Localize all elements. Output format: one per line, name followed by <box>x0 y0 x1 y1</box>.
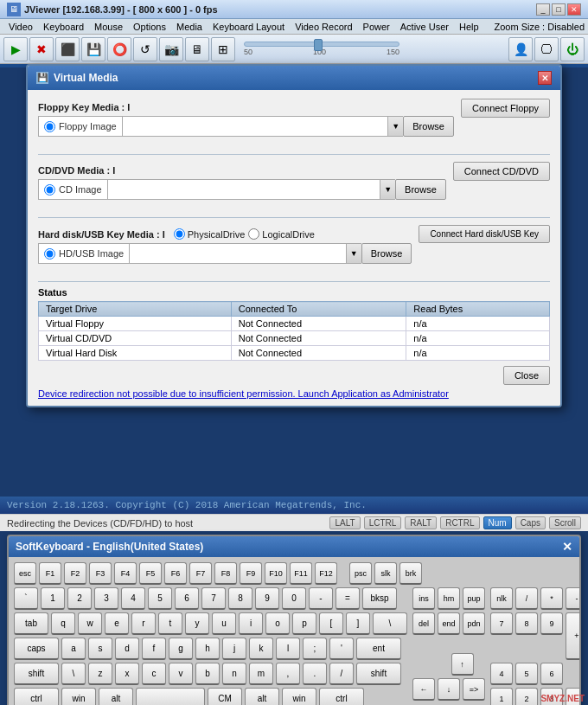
key-pgup[interactable]: pup <box>463 587 485 610</box>
key-shift-right[interactable]: shift <box>356 663 401 685</box>
key-5[interactable]: 5 <box>148 587 172 610</box>
menu-mouse[interactable]: Mouse <box>89 19 128 34</box>
key-c[interactable]: c <box>142 663 166 685</box>
key-insert[interactable]: ins <box>412 587 435 610</box>
floppy-dropdown-arrow[interactable]: ▼ <box>387 116 403 137</box>
key-v[interactable]: v <box>169 663 193 685</box>
user-icon-button[interactable]: 👤 <box>508 37 533 61</box>
key-caps[interactable]: caps <box>14 638 59 660</box>
key-cm[interactable]: CM <box>208 688 242 705</box>
key-j[interactable]: j <box>222 638 246 660</box>
num-key[interactable]: Num <box>483 516 512 529</box>
hd-path-input[interactable] <box>129 243 345 264</box>
key-tab[interactable]: tab <box>14 612 48 635</box>
key-slash[interactable]: / <box>329 663 354 685</box>
key-f11[interactable]: F11 <box>290 562 312 585</box>
key-l[interactable]: l <box>276 638 300 660</box>
key-f2[interactable]: F2 <box>64 562 86 585</box>
key-3[interactable]: 3 <box>94 587 118 610</box>
key-2[interactable]: 2 <box>67 587 92 610</box>
key-numlock[interactable]: nlk <box>490 587 513 610</box>
key-brk[interactable]: brk <box>399 562 422 585</box>
key-equals[interactable]: = <box>336 587 360 610</box>
key-ctrl-left[interactable]: ctrl <box>14 688 59 705</box>
key-z[interactable]: z <box>88 663 112 685</box>
menu-active-user[interactable]: Active User <box>395 19 454 34</box>
key-num-div[interactable]: / <box>515 587 538 610</box>
key-slk[interactable]: slk <box>374 562 397 585</box>
key-win-left[interactable]: win <box>61 688 96 705</box>
key-num9[interactable]: 9 <box>540 612 563 635</box>
key-psc[interactable]: psc <box>349 562 372 585</box>
key-num2[interactable]: 2 <box>515 688 538 705</box>
refresh-button[interactable]: ↺ <box>133 37 157 61</box>
key-minus[interactable]: - <box>309 587 333 610</box>
monitor-button[interactable]: 🖵 <box>534 37 559 61</box>
logical-drive-option[interactable]: LogicalDrive <box>248 228 315 240</box>
key-n[interactable]: n <box>222 663 246 685</box>
key-h[interactable]: h <box>195 638 220 660</box>
key-b[interactable]: b <box>195 663 220 685</box>
ralt-key[interactable]: RALT <box>405 516 437 529</box>
key-o[interactable]: o <box>265 612 290 635</box>
key-w[interactable]: w <box>78 612 102 635</box>
close-window-button[interactable]: ✕ <box>567 3 581 16</box>
hd-usb-radio[interactable] <box>44 248 55 260</box>
dialog-close-button[interactable]: ✕ <box>538 71 552 85</box>
connect-hd-button[interactable]: Connect Hard disk/USB Key <box>419 225 550 243</box>
grid-button[interactable]: ⊞ <box>211 37 235 61</box>
key-f6[interactable]: F6 <box>164 562 187 585</box>
scroll-key[interactable]: Scroll <box>549 516 581 529</box>
key-f1[interactable]: F1 <box>39 562 61 585</box>
key-pipe[interactable]: \ <box>61 663 86 685</box>
key-backspace[interactable]: bksp <box>362 587 397 610</box>
key-num5[interactable]: 5 <box>515 663 538 685</box>
menu-help[interactable]: Help <box>454 19 484 34</box>
key-f7[interactable]: F7 <box>189 562 212 585</box>
floppy-radio[interactable] <box>44 121 55 132</box>
key-ctrl-right[interactable]: ctrl <box>319 688 364 705</box>
key-num6[interactable]: 6 <box>540 663 563 685</box>
hd-browse-button[interactable]: Browse <box>361 243 412 264</box>
key-f4[interactable]: F4 <box>114 562 137 585</box>
softkb-close-button[interactable]: ✕ <box>562 540 572 554</box>
key-d[interactable]: d <box>115 638 139 660</box>
display-button[interactable]: 🖥 <box>185 37 209 61</box>
key-r[interactable]: r <box>131 612 156 635</box>
key-a[interactable]: a <box>61 638 86 660</box>
key-delete[interactable]: del <box>412 612 435 635</box>
key-pgdn[interactable]: pdn <box>463 612 485 635</box>
key-q[interactable]: q <box>51 612 75 635</box>
connect-cddvd-button[interactable]: Connect CD/DVD <box>453 162 550 181</box>
save-button[interactable]: 💾 <box>81 37 105 61</box>
key-quote[interactable]: ' <box>329 638 354 660</box>
key-lbracket[interactable]: [ <box>319 612 343 635</box>
maximize-button[interactable]: □ <box>552 3 566 16</box>
cddvd-dropdown-arrow[interactable]: ▼ <box>380 179 395 200</box>
key-8[interactable]: 8 <box>228 587 252 610</box>
key-6[interactable]: 6 <box>175 587 199 610</box>
key-k[interactable]: k <box>249 638 273 660</box>
physical-drive-option[interactable]: PhysicalDrive <box>174 228 246 240</box>
record-button[interactable]: ⬛ <box>55 37 80 61</box>
lctrl-key[interactable]: LCTRL <box>364 516 402 529</box>
cd-radio[interactable] <box>44 184 55 195</box>
key-1[interactable]: 1 <box>41 587 65 610</box>
key-f3[interactable]: F3 <box>89 562 112 585</box>
key-x[interactable]: x <box>115 663 139 685</box>
floppy-browse-button[interactable]: Browse <box>403 116 454 137</box>
connect-floppy-button[interactable]: Connect Floppy <box>461 99 550 118</box>
hd-dropdown-arrow[interactable]: ▼ <box>346 243 361 264</box>
key-9[interactable]: 9 <box>255 587 279 610</box>
menu-keyboard-layout[interactable]: Keyboard Layout <box>208 19 290 34</box>
key-end[interactable]: end <box>438 612 460 635</box>
close-button[interactable]: Close <box>503 366 550 385</box>
key-space[interactable] <box>136 688 205 705</box>
circle-button[interactable]: ⭕ <box>107 37 131 61</box>
key-p[interactable]: p <box>292 612 316 635</box>
key-m[interactable]: m <box>249 663 273 685</box>
key-rbracket[interactable]: ] <box>346 612 370 635</box>
key-f[interactable]: f <box>142 638 166 660</box>
logical-radio[interactable] <box>248 228 259 240</box>
menu-video-record[interactable]: Video Record <box>290 19 357 34</box>
